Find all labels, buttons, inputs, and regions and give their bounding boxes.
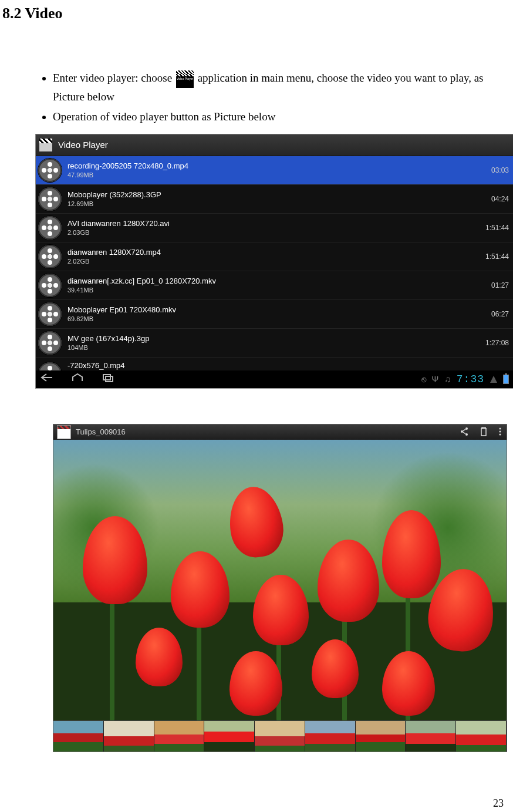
video-size: 47.99MB (68, 171, 485, 178)
video-name: dianwanren[.xzk.cc] Ep01_0 1280X720.mkv (68, 277, 485, 285)
share-icon[interactable] (460, 427, 469, 438)
thumbnail[interactable] (53, 721, 104, 752)
video-player-header: Video Player (36, 134, 513, 156)
instruction-item-2: Operation of video player button as Pict… (53, 108, 513, 126)
thumbnail[interactable] (305, 721, 356, 752)
playback-title: Tulips_009016 (76, 427, 126, 436)
svg-rect-1 (106, 376, 113, 382)
status-clock: 7:33 (457, 373, 484, 385)
film-reel-icon (38, 362, 62, 370)
video-duration: 1:51:44 (480, 252, 509, 261)
instruction-1-prefix: Enter video player: choose (53, 72, 175, 84)
video-name: AVI dianwanren 1280X720.avi (68, 219, 480, 228)
video-name: -720x576_0.mp4 (68, 358, 125, 370)
video-player-title: Video Player (58, 140, 108, 150)
thumbnail[interactable] (204, 721, 255, 752)
video-list-screenshot: Video Player recording-2005205 720x480_0… (35, 134, 513, 389)
video-size: 2.03GB (68, 229, 480, 236)
film-reel-icon (38, 302, 62, 326)
thumbnail[interactable] (406, 721, 456, 752)
video-size: 2.02GB (68, 258, 480, 265)
instruction-list: Enter video player: choose Video Player … (35, 69, 513, 126)
video-size: 104MB (68, 344, 480, 351)
video-name: MV gee (167x144p).3gp (68, 334, 480, 343)
svg-point-5 (500, 427, 501, 429)
section-heading: 8.2 Video (2, 5, 513, 22)
usb-icon: Ψ (432, 375, 439, 384)
instruction-item-1: Enter video player: choose Video Player … (53, 69, 513, 106)
video-player-app-icon: Video Player (176, 70, 194, 88)
video-duration: 04:24 (485, 195, 509, 203)
video-duration: 03:03 (485, 166, 509, 174)
page-number: 23 (493, 797, 504, 810)
playback-top-bar: Tulips_009016 (53, 424, 507, 440)
menu-icon[interactable] (498, 427, 502, 438)
thumbnail-strip[interactable] (53, 720, 507, 752)
video-row[interactable]: dianwanren 1280X720.mp42.02GB1:51:44 (36, 242, 513, 271)
video-name: recording-2005205 720x480_0.mp4 (68, 161, 485, 170)
film-reel-icon (38, 274, 62, 297)
video-row-partial[interactable]: -720x576_0.mp4 (36, 358, 513, 370)
svg-point-2 (465, 427, 468, 430)
clapperboard-icon (57, 425, 71, 439)
video-frame[interactable] (53, 440, 507, 720)
android-nav-bar: ⎋ Ψ ♫ 7:33 (36, 370, 513, 388)
usb-debug-icon: ⎋ (421, 375, 426, 384)
svg-rect-0 (103, 375, 110, 380)
back-icon[interactable] (41, 373, 53, 385)
video-row[interactable]: MV gee (167x144p).3gp104MB1:27:08 (36, 329, 513, 358)
film-reel-icon (38, 159, 62, 182)
video-duration: 06:27 (485, 310, 509, 318)
video-duration: 1:27:08 (480, 339, 509, 347)
video-name: Moboplayer (352x288).3GP (68, 190, 485, 199)
video-playback-screenshot: Tulips_009016 (53, 424, 507, 752)
svg-point-4 (465, 433, 468, 436)
home-icon[interactable] (71, 373, 84, 385)
svg-point-3 (461, 430, 463, 433)
thumbnail[interactable] (104, 721, 154, 752)
headphones-icon: ♫ (444, 375, 451, 384)
film-reel-icon (38, 216, 62, 240)
video-row[interactable]: Moboplayer (352x288).3GP12.69MB04:24 (36, 185, 513, 214)
video-name: dianwanren 1280X720.mp4 (68, 248, 480, 257)
recent-apps-icon[interactable] (102, 373, 114, 385)
video-row[interactable]: Moboplayer Ep01 720X480.mkv69.82MB06:27 (36, 300, 513, 329)
clapperboard-icon (39, 139, 52, 151)
svg-point-7 (500, 433, 501, 435)
trash-icon[interactable] (480, 427, 488, 438)
video-row[interactable]: recording-2005205 720x480_0.mp447.99MB03… (36, 156, 513, 185)
thumbnail[interactable] (255, 721, 305, 752)
film-reel-icon (38, 187, 62, 211)
thumbnail[interactable] (356, 721, 406, 752)
battery-icon (503, 375, 509, 384)
video-row[interactable]: dianwanren[.xzk.cc] Ep01_0 1280X720.mkv3… (36, 271, 513, 300)
video-name: Moboplayer Ep01 720X480.mkv (68, 305, 485, 314)
svg-point-6 (500, 430, 501, 432)
video-size: 69.82MB (68, 315, 485, 322)
signal-icon (490, 376, 497, 383)
video-size: 12.69MB (68, 200, 485, 207)
video-duration: 01:27 (485, 281, 509, 289)
video-duration: 1:51:44 (480, 224, 509, 232)
film-reel-icon (38, 245, 62, 268)
film-reel-icon (38, 331, 62, 355)
video-row[interactable]: AVI dianwanren 1280X720.avi2.03GB1:51:44 (36, 214, 513, 242)
video-size: 39.41MB (68, 287, 485, 294)
thumbnail[interactable] (154, 721, 205, 752)
thumbnail[interactable] (456, 721, 507, 752)
